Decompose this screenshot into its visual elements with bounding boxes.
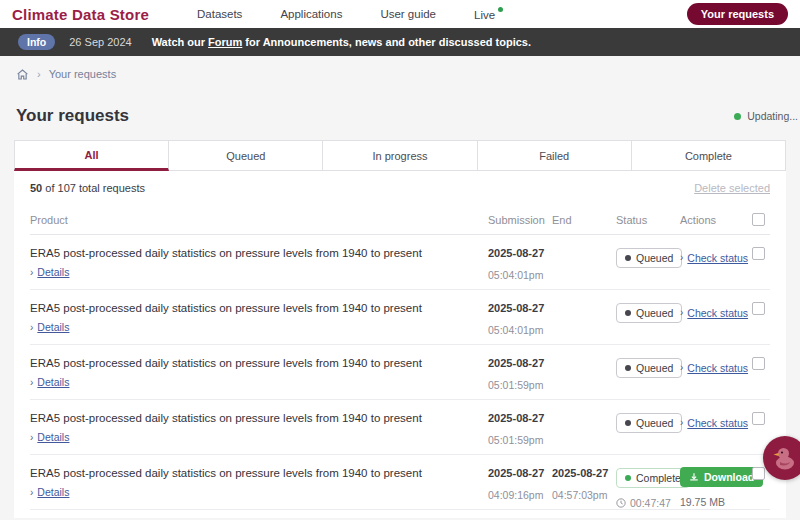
- status-badge: Queued: [616, 303, 682, 323]
- status-badge: Queued: [616, 358, 682, 378]
- product-title[interactable]: ERA5 post-processed daily statistics on …: [30, 467, 488, 479]
- live-status-dot: [498, 7, 503, 12]
- details-toggle[interactable]: ›Details: [30, 321, 69, 333]
- nav-applications[interactable]: Applications: [280, 8, 342, 20]
- submission-date: 2025-08-27: [488, 302, 552, 314]
- row-checkbox[interactable]: [752, 467, 765, 480]
- product-title[interactable]: ERA5 post-processed daily statistics on …: [30, 302, 488, 314]
- details-toggle[interactable]: ›Details: [30, 266, 69, 278]
- summary-row: 50 of 107 total requests Delete selected: [30, 171, 770, 205]
- info-message: Watch our Forum for Announcements, news …: [152, 36, 531, 48]
- breadcrumb: › Your requests: [0, 56, 800, 92]
- status-badge: Queued: [616, 413, 682, 433]
- end-time: 04:57:03pm: [552, 489, 616, 501]
- chevron-right-icon: ›: [680, 417, 683, 428]
- product-title[interactable]: ERA5 post-processed daily statistics on …: [30, 247, 488, 259]
- submission-time: 05:01:59pm: [488, 379, 552, 391]
- main-nav: Datasets Applications User guide Live: [197, 7, 503, 21]
- row-checkbox[interactable]: [752, 357, 765, 370]
- details-toggle[interactable]: ›Details: [30, 376, 69, 388]
- check-status-link[interactable]: ›Check status: [680, 307, 748, 319]
- breadcrumb-current[interactable]: Your requests: [49, 68, 116, 80]
- submission-date: 2025-08-27: [488, 247, 552, 259]
- product-title[interactable]: ERA5 post-processed daily statistics on …: [30, 357, 488, 369]
- table-row: ERA5 post-processed daily statistics on …: [30, 455, 770, 510]
- end-date: 2025-08-27: [552, 467, 616, 479]
- info-badge: Info: [18, 34, 55, 50]
- status-dot-icon: [625, 255, 631, 261]
- status-dot-icon: [625, 365, 631, 371]
- page-title: Your requests: [16, 106, 129, 126]
- updating-dot-icon: [734, 113, 741, 120]
- col-end: End: [552, 214, 616, 226]
- chevron-right-icon: ›: [30, 377, 33, 388]
- submission-time: 05:01:59pm: [488, 434, 552, 446]
- tab-failed[interactable]: Failed: [478, 140, 632, 171]
- title-section: Your requests Updating...: [0, 92, 800, 140]
- chevron-right-icon: ›: [30, 432, 33, 443]
- col-actions: Actions: [680, 214, 752, 226]
- updating-indicator: Updating...: [734, 110, 798, 122]
- chevron-right-icon: ›: [30, 322, 33, 333]
- check-status-link[interactable]: ›Check status: [680, 362, 748, 374]
- request-count: 50 of 107 total requests: [30, 182, 145, 194]
- breadcrumb-separator: ›: [37, 68, 41, 80]
- table-row: ERA5 post-processed daily statistics on …: [30, 235, 770, 290]
- col-status: Status: [616, 214, 680, 226]
- updating-label: Updating...: [747, 110, 798, 122]
- cds-logo[interactable]: Climate Data Store: [12, 6, 149, 23]
- file-size: 19.75 MB: [680, 496, 752, 508]
- status-badge: Queued: [616, 248, 682, 268]
- submission-time: 05:04:01pm: [488, 269, 552, 281]
- check-status-link[interactable]: ›Check status: [680, 417, 748, 429]
- row-checkbox[interactable]: [752, 302, 765, 315]
- your-requests-button[interactable]: Your requests: [687, 3, 788, 25]
- col-product: Product: [30, 214, 488, 226]
- tab-in-progress[interactable]: In progress: [323, 140, 477, 171]
- status-dot-icon: [625, 420, 631, 426]
- status-dot-icon: [625, 475, 631, 481]
- top-header: Climate Data Store Datasets Applications…: [0, 0, 800, 28]
- chevron-right-icon: ›: [680, 252, 683, 263]
- col-submission: Submission: [488, 214, 552, 226]
- status-dot-icon: [625, 310, 631, 316]
- chevron-right-icon: ›: [680, 362, 683, 373]
- delete-selected-link[interactable]: Delete selected: [694, 182, 770, 194]
- tab-complete[interactable]: Complete: [632, 140, 786, 171]
- chevron-right-icon: ›: [30, 487, 33, 498]
- table-row: ERA5 post-processed daily statistics on …: [30, 400, 770, 455]
- forum-link[interactable]: Forum: [208, 36, 242, 48]
- clock-icon: [616, 498, 626, 508]
- chevron-right-icon: ›: [30, 267, 33, 278]
- download-icon: [689, 472, 699, 482]
- info-banner: Info 26 Sep 2024 Watch our Forum for Ann…: [0, 28, 800, 56]
- download-button[interactable]: Download: [680, 467, 763, 487]
- nav-user-guide[interactable]: User guide: [380, 8, 436, 20]
- chevron-right-icon: ›: [680, 307, 683, 318]
- table-header: Product Submission End Status Actions: [30, 205, 770, 235]
- check-status-link[interactable]: ›Check status: [680, 252, 748, 264]
- product-title[interactable]: ERA5 post-processed daily statistics on …: [30, 412, 488, 424]
- tab-all[interactable]: All: [14, 140, 169, 171]
- nav-live[interactable]: Live: [474, 7, 503, 21]
- select-all-checkbox[interactable]: [752, 213, 765, 226]
- details-toggle[interactable]: ›Details: [30, 431, 69, 443]
- details-toggle[interactable]: ›Details: [30, 486, 69, 498]
- row-checkbox[interactable]: [752, 247, 765, 260]
- submission-time: 04:09:16pm: [488, 489, 552, 501]
- row-checkbox[interactable]: [752, 412, 765, 425]
- status-badge: Complete: [616, 468, 690, 488]
- nav-datasets[interactable]: Datasets: [197, 8, 242, 20]
- info-date: 26 Sep 2024: [69, 36, 131, 48]
- requests-panel: 50 of 107 total requests Delete selected…: [14, 171, 786, 518]
- table-row: ERA5 post-processed daily statistics on …: [30, 290, 770, 345]
- submission-date: 2025-08-27: [488, 412, 552, 424]
- duck-assistant-widget[interactable]: [763, 436, 800, 480]
- submission-date: 2025-08-27: [488, 357, 552, 369]
- home-icon[interactable]: [16, 68, 29, 81]
- tab-queued[interactable]: Queued: [169, 140, 323, 171]
- duck-icon: [770, 443, 800, 473]
- run-duration: 00:47:47: [616, 497, 680, 509]
- request-filter-tabs: All Queued In progress Failed Complete: [14, 140, 786, 171]
- submission-time: 05:04:01pm: [488, 324, 552, 336]
